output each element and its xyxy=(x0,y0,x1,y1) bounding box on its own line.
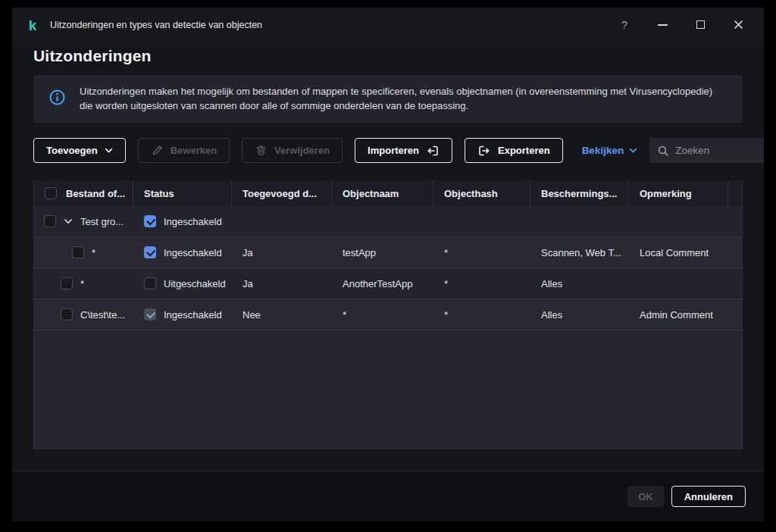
cell-added-by: Ja xyxy=(232,268,332,299)
cell-added-by xyxy=(232,206,332,236)
row-select-checkbox[interactable] xyxy=(61,308,73,321)
cell-protection: Alles xyxy=(530,299,629,330)
trash-icon xyxy=(255,144,268,157)
chevron-down-icon xyxy=(629,148,637,153)
import-icon xyxy=(426,144,440,158)
add-button-label: Toevoegen xyxy=(46,145,98,156)
screen: k Uitzonderingen en types van detectie v… xyxy=(0,0,776,532)
cell-object-name: testApp xyxy=(332,237,433,268)
page-title: Uitzonderingen xyxy=(33,47,764,65)
row-name: Test gro... xyxy=(80,216,124,227)
info-banner: Uitzonderingen maken het mogelijk om bes… xyxy=(33,75,743,123)
cell-status: Uitgeschakeld xyxy=(133,268,232,299)
cell-object-hash: * xyxy=(433,299,530,330)
info-text: Uitzonderingen maken het mogelijk om bes… xyxy=(80,85,728,113)
help-icon[interactable]: ? xyxy=(618,19,630,31)
cell-status: Ingeschakeld xyxy=(133,237,232,268)
pencil-icon xyxy=(151,144,164,157)
cell-protection: Scannen, Web T... xyxy=(530,237,629,268)
cell-gutter xyxy=(728,237,742,268)
close-icon[interactable] xyxy=(732,19,744,31)
exclusions-table: Bestand of... Status Toegevoegd d... Obj… xyxy=(33,180,743,449)
cell-status: Ingeschakeld xyxy=(133,206,232,236)
export-button[interactable]: Exporteren xyxy=(465,138,563,163)
ok-button[interactable]: OK xyxy=(627,486,664,507)
row-select-checkbox[interactable] xyxy=(44,215,56,227)
dialog-footer: OK Annuleren xyxy=(12,471,764,521)
table-row[interactable]: * Ingeschakeld Ja testApp * Scannen, Web… xyxy=(34,237,742,268)
expander-chevron-icon[interactable] xyxy=(64,218,73,224)
column-header-file[interactable]: Bestand of... xyxy=(34,180,133,206)
status-checkbox[interactable] xyxy=(144,246,156,258)
status-label: Uitgeschakeld xyxy=(164,278,226,289)
cell-comment xyxy=(629,268,728,299)
cell-protection: Alles xyxy=(530,268,629,299)
cell-comment: Local Comment xyxy=(629,237,728,268)
cell-gutter xyxy=(728,268,742,299)
select-all-checkbox[interactable] xyxy=(45,187,57,199)
cancel-button[interactable]: Annuleren xyxy=(671,486,746,507)
cell-gutter xyxy=(728,299,742,330)
row-name: * xyxy=(92,247,95,258)
table-header: Bestand of... Status Toegevoegd d... Obj… xyxy=(34,180,742,206)
column-header-status[interactable]: Status xyxy=(133,180,232,206)
status-label: Ingeschakeld xyxy=(164,309,222,321)
exclusions-dialog: k Uitzonderingen en types van detectie v… xyxy=(12,8,764,521)
status-checkbox[interactable] xyxy=(144,277,156,289)
column-header-object-hash[interactable]: Objecthash xyxy=(433,180,530,206)
cell-object-hash xyxy=(433,206,530,236)
search-icon xyxy=(657,145,669,157)
info-icon xyxy=(48,89,66,109)
table-body: Test gro... Ingeschakeld * Ingeschakeld … xyxy=(34,206,742,330)
cell-gutter xyxy=(728,206,742,236)
chevron-down-icon xyxy=(105,148,113,153)
add-button[interactable]: Toevoegen xyxy=(33,138,126,163)
column-header-object-name[interactable]: Objectnaam xyxy=(332,180,433,206)
cell-object-name xyxy=(332,206,433,236)
status-checkbox[interactable] xyxy=(144,215,156,227)
column-header-comment[interactable]: Opmerking xyxy=(629,180,728,206)
cell-object-name: * xyxy=(332,299,433,330)
search-box[interactable] xyxy=(649,138,764,163)
column-header-protection[interactable]: Beschermings... xyxy=(530,180,629,206)
cell-object-hash: * xyxy=(433,268,530,299)
import-button-label: Importeren xyxy=(368,145,419,156)
delete-button[interactable]: Verwijderen xyxy=(242,138,343,163)
table-row[interactable]: Test gro... Ingeschakeld xyxy=(34,206,742,237)
cell-status: Ingeschakeld xyxy=(133,299,232,330)
edit-button-label: Bewerken xyxy=(171,145,217,156)
maximize-icon[interactable] xyxy=(694,19,706,31)
minimize-icon[interactable] xyxy=(656,19,668,31)
edit-button[interactable]: Bewerken xyxy=(138,138,230,163)
row-select-checkbox[interactable] xyxy=(72,246,84,258)
delete-button-label: Verwijderen xyxy=(274,145,330,156)
window-titlebar: k Uitzonderingen en types van detectie v… xyxy=(12,8,764,42)
import-button[interactable]: Importeren xyxy=(355,138,452,163)
cell-comment: Admin Comment xyxy=(629,299,728,330)
table-row[interactable]: * Uitgeschakeld Ja AnotherTestApp * Alle… xyxy=(34,268,742,299)
status-label: Ingeschakeld xyxy=(164,216,222,227)
row-select-checkbox[interactable] xyxy=(61,277,73,289)
cell-object-name: AnotherTestApp xyxy=(332,268,433,299)
kaspersky-logo-icon: k xyxy=(24,17,41,33)
window-title: Uitzonderingen en types van detectie van… xyxy=(50,20,262,30)
row-name: C\test\te... xyxy=(80,309,125,321)
cell-added-by: Nee xyxy=(232,299,332,330)
column-header-added-by[interactable]: Toegevoegd d... xyxy=(232,180,332,206)
export-icon xyxy=(477,144,491,158)
cell-name: Test gro... xyxy=(34,206,133,236)
cell-protection xyxy=(530,206,629,236)
cell-comment xyxy=(629,206,728,236)
status-checkbox[interactable] xyxy=(144,308,156,321)
export-button-label: Exporteren xyxy=(498,145,550,156)
status-label: Ingeschakeld xyxy=(164,247,222,258)
svg-text:k: k xyxy=(29,17,37,33)
view-dropdown[interactable]: Bekijken xyxy=(582,145,638,156)
cell-name: * xyxy=(34,237,133,268)
table-row[interactable]: C\test\te... Ingeschakeld Nee * * Alles … xyxy=(34,299,742,330)
search-input[interactable] xyxy=(675,145,763,156)
column-header-gutter xyxy=(728,180,742,206)
view-dropdown-label: Bekijken xyxy=(582,145,624,156)
row-name: * xyxy=(80,278,84,289)
table-empty-area xyxy=(34,330,742,449)
